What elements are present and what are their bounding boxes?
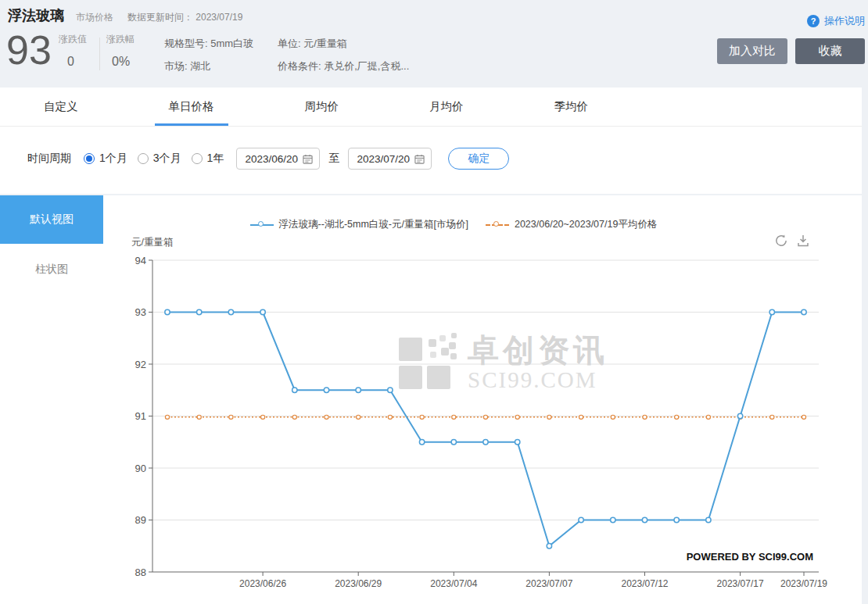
radio-1-year-label: 1年 <box>207 152 224 166</box>
data-point[interactable] <box>675 415 679 419</box>
x-tick-label: 2023/06/26 <box>239 578 286 589</box>
tab-weekly-avg[interactable]: 周均价 <box>291 88 353 126</box>
tab-custom[interactable]: 自定义 <box>30 88 92 126</box>
data-point[interactable] <box>357 415 360 419</box>
data-point[interactable] <box>260 309 265 314</box>
price-condition-label: 价格条件: 承兑价,厂提,含税... <box>278 55 409 77</box>
start-date-value: 2023/06/20 <box>245 153 298 165</box>
data-point[interactable] <box>611 415 615 419</box>
legend-marker-line-icon <box>486 221 509 228</box>
data-point[interactable] <box>547 544 551 549</box>
data-point[interactable] <box>706 517 711 522</box>
x-tick-label: 2023/07/04 <box>430 578 477 589</box>
data-point[interactable] <box>229 415 233 419</box>
data-point[interactable] <box>388 388 393 392</box>
data-point[interactable] <box>419 440 424 445</box>
data-point[interactable] <box>197 309 202 314</box>
data-point[interactable] <box>324 388 328 392</box>
data-point[interactable] <box>515 415 519 419</box>
data-point[interactable] <box>292 388 297 392</box>
time-filter-row: 时间周期 1个月 3个月 1年 2023/06/20 至 2023/07/20 … <box>0 148 862 170</box>
question-icon: ? <box>807 15 820 27</box>
end-date-input[interactable]: 2023/07/20 <box>348 148 432 170</box>
legend-item-average-price[interactable]: 2023/06/20~2023/07/19平均价格 <box>486 218 657 231</box>
data-point[interactable] <box>515 440 520 445</box>
data-point[interactable] <box>611 517 615 522</box>
sidebar-item-default-view[interactable]: 默认视图 <box>0 195 103 244</box>
spec-market-block: 规格型号: 5mm白玻 市场: 湖北 <box>164 32 253 77</box>
legend-marker-line-icon <box>250 221 274 228</box>
radio-circle[interactable] <box>84 153 95 164</box>
update-time: 数据更新时间： 2023/07/19 <box>127 11 242 24</box>
data-point[interactable] <box>451 440 456 445</box>
help-link[interactable]: ? 操作说明 <box>807 14 865 28</box>
add-compare-button[interactable]: 加入对比 <box>717 38 787 64</box>
tab-quarterly-avg[interactable]: 季均价 <box>540 88 603 126</box>
change-value-label: 涨跌值 <box>59 34 87 45</box>
y-tick-label: 92 <box>135 359 146 370</box>
favorite-button[interactable]: 收藏 <box>795 38 865 64</box>
tab-monthly-avg[interactable]: 月均价 <box>415 88 478 126</box>
data-point[interactable] <box>197 415 201 419</box>
data-point[interactable] <box>642 517 647 522</box>
data-point[interactable] <box>292 415 296 419</box>
radio-1-month[interactable]: 1个月 <box>84 152 127 166</box>
x-tick-label: 2023/07/07 <box>525 578 572 589</box>
legend-item-market-price[interactable]: 浮法玻璃--湖北-5mm白玻-元/重量箱[市场价] <box>250 218 468 231</box>
data-point[interactable] <box>325 415 328 419</box>
radio-circle[interactable] <box>138 153 149 164</box>
sidebar-item-bar-chart[interactable]: 柱状图 <box>0 263 103 277</box>
data-point[interactable] <box>802 415 805 419</box>
data-point[interactable] <box>452 415 456 419</box>
data-point[interactable] <box>770 415 774 419</box>
y-tick-label: 94 <box>135 255 146 266</box>
data-point[interactable] <box>547 415 551 419</box>
market-label: 市场: 湖北 <box>164 55 253 77</box>
data-point[interactable] <box>261 415 265 419</box>
change-pct-label: 涨跌幅 <box>106 34 135 45</box>
data-point[interactable] <box>706 415 710 419</box>
data-point[interactable] <box>579 415 583 419</box>
data-point[interactable] <box>356 388 360 392</box>
data-point[interactable] <box>165 309 170 314</box>
legend-label: 浮法玻璃--湖北-5mm白玻-元/重量箱[市场价] <box>279 218 468 231</box>
data-point[interactable] <box>769 309 774 314</box>
radio-1-year[interactable]: 1年 <box>192 152 224 166</box>
x-tick-label: 2023/07/19 <box>780 578 827 589</box>
data-point[interactable] <box>420 415 424 419</box>
data-point[interactable] <box>802 309 806 314</box>
data-point[interactable] <box>579 517 583 522</box>
x-tick-label: 2023/06/29 <box>335 578 382 589</box>
chart-legend: 浮法玻璃--湖北-5mm白玻-元/重量箱[市场价] 2023/06/20~202… <box>109 218 798 231</box>
data-point[interactable] <box>674 517 679 522</box>
data-point[interactable] <box>388 415 392 419</box>
price-category-label: 市场价格 <box>76 11 113 24</box>
confirm-button[interactable]: 确定 <box>448 148 509 170</box>
unit-label: 单位: 元/重量箱 <box>278 32 409 55</box>
data-point[interactable] <box>165 415 169 419</box>
spec-label: 规格型号: 5mm白玻 <box>164 32 253 55</box>
y-tick-label: 89 <box>135 514 146 526</box>
tab-daily-price[interactable]: 单日价格 <box>155 88 228 126</box>
start-date-input[interactable]: 2023/06/20 <box>236 148 320 170</box>
radio-3-months-label: 3个月 <box>153 152 181 166</box>
help-label: 操作说明 <box>824 14 865 28</box>
data-point[interactable] <box>483 415 487 419</box>
data-point[interactable] <box>483 440 488 445</box>
change-value: 0 <box>59 55 87 69</box>
series-line <box>167 313 804 546</box>
data-point[interactable] <box>228 309 233 314</box>
data-point[interactable] <box>643 415 647 419</box>
radio-1-month-label: 1个月 <box>99 152 127 166</box>
y-tick-label: 90 <box>135 463 146 474</box>
date-to-label: 至 <box>328 152 339 166</box>
y-tick-label: 88 <box>135 566 146 578</box>
radio-circle[interactable] <box>192 153 203 164</box>
end-date-value: 2023/07/20 <box>357 153 410 165</box>
price-line-chart-svg: 888990919293942023/06/262023/06/292023/0… <box>109 234 860 602</box>
change-pct-block: 涨跌幅 0% <box>106 33 135 69</box>
radio-3-months[interactable]: 3个月 <box>138 152 181 166</box>
x-tick-label: 2023/07/17 <box>717 578 764 589</box>
data-point[interactable] <box>737 413 742 418</box>
chart-panel: 默认视图 柱状图 浮法玻璃--湖北-5mm白玻-元/重量箱[市场价] 2023/… <box>0 195 862 604</box>
